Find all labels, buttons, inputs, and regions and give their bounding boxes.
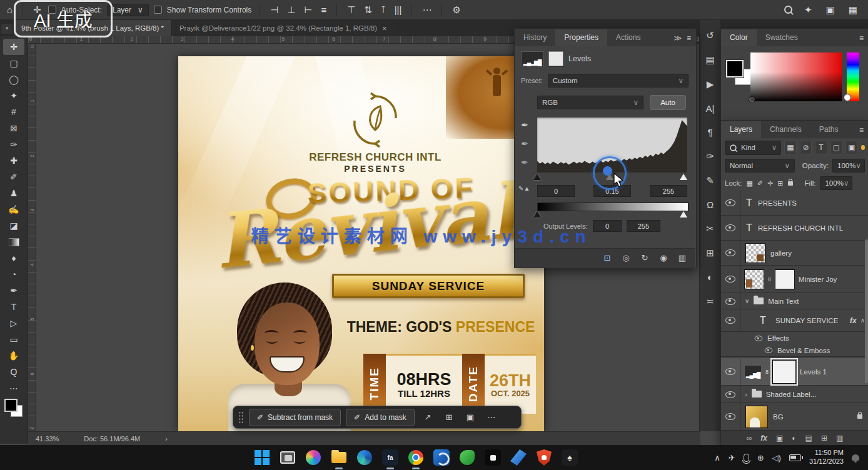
filter-toggle[interactable]: [861, 145, 865, 150]
styles-icon[interactable]: ≍: [706, 296, 714, 307]
expand-caret-icon[interactable]: ∨: [745, 298, 749, 304]
delete-layer-icon[interactable]: ▥: [836, 434, 843, 442]
paragraph-icon[interactable]: ¶: [707, 127, 712, 138]
auto-button[interactable]: Auto: [650, 95, 686, 110]
brushes-icon[interactable]: ✎: [706, 175, 714, 186]
layer-row[interactable]: 8 Minister Joy: [721, 266, 868, 293]
visibility-eye-icon[interactable]: [725, 391, 735, 398]
path-select-tool[interactable]: ▷: [3, 315, 24, 331]
visibility-eye-icon[interactable]: [725, 276, 735, 282]
collapse-caret-icon[interactable]: ∧: [860, 317, 865, 324]
close-icon[interactable]: ×: [382, 24, 387, 33]
align-center-icon[interactable]: ⊥: [285, 4, 297, 16]
tab-history[interactable]: History: [515, 29, 555, 46]
opacity-input[interactable]: 100%∨: [832, 159, 865, 172]
gray-point-eyedropper-icon[interactable]: ✒: [518, 139, 531, 149]
duplicate-icon[interactable]: ⊞: [441, 410, 457, 425]
visibility-eye-icon[interactable]: [765, 348, 773, 353]
task-view-button[interactable]: [279, 449, 296, 466]
distribute-top-icon[interactable]: ⊤: [345, 4, 357, 16]
subtract-from-mask-button[interactable]: ✐ Subtract from mask: [249, 409, 341, 426]
hue-handle[interactable]: [844, 94, 851, 101]
visibility-eye-icon[interactable]: [755, 336, 763, 341]
visibility-eye-icon[interactable]: [725, 249, 735, 256]
layer-effects-row[interactable]: Effects: [721, 332, 868, 344]
visibility-eye-icon[interactable]: [725, 368, 735, 375]
layer-row[interactable]: gallery: [721, 241, 868, 266]
layer-group-row[interactable]: › Shaded Label...: [721, 386, 868, 403]
hand-tool[interactable]: ✋: [3, 348, 24, 364]
layer-group-row[interactable]: ∨ Main Text: [721, 293, 868, 309]
photoshop-app-icon[interactable]: fa: [381, 449, 399, 466]
image-icon[interactable]: ▣: [824, 4, 837, 16]
align-right-icon[interactable]: ⊢: [302, 4, 314, 16]
gradient-tool[interactable]: [3, 234, 24, 250]
distribute-vertical-icon[interactable]: ⇅: [362, 4, 374, 16]
auto-select-dropdown[interactable]: Layer ∨: [107, 4, 149, 16]
drag-handle[interactable]: [238, 411, 244, 424]
blur-tool[interactable]: ♦: [3, 250, 24, 266]
clipping-warning-icon[interactable]: ✎▲: [518, 185, 530, 192]
output-highlights-slider[interactable]: [680, 211, 687, 218]
visibility-icon[interactable]: ◉: [656, 253, 671, 262]
speaker-icon[interactable]: ◁): [772, 453, 781, 462]
filter-shape-layers-icon[interactable]: ▢: [830, 141, 842, 154]
foreground-color-swatch[interactable]: [726, 60, 744, 78]
distribute-horizontal-icon[interactable]: |||: [393, 4, 404, 15]
background-layer-row[interactable]: BG: [721, 403, 868, 431]
visibility-eye-icon[interactable]: [725, 224, 735, 231]
output-shadows-slider[interactable]: [533, 211, 541, 218]
panel-menu-icon[interactable]: ≡: [859, 126, 864, 134]
mask-link-icon[interactable]: 8: [768, 276, 771, 282]
filter-type-layers-icon[interactable]: T: [815, 141, 827, 154]
collapse-panel-icon[interactable]: ≫: [674, 34, 682, 42]
more-options-icon[interactable]: ⋯: [420, 4, 433, 16]
highlights-input-slider[interactable]: [680, 174, 687, 180]
brush-tool[interactable]: ✐: [3, 169, 24, 185]
character-icon[interactable]: A|: [706, 103, 715, 114]
shadows-input-slider[interactable]: [533, 174, 541, 180]
fill-input[interactable]: 100%∨: [820, 176, 852, 190]
layer-row[interactable]: T SUNDAY SERVICE fx ∧: [721, 309, 868, 332]
share-icon[interactable]: ↗: [420, 410, 436, 425]
clone-source-icon[interactable]: ⊞: [706, 248, 714, 259]
zoom-tool[interactable]: Q: [3, 364, 24, 380]
history-icon[interactable]: ↺: [706, 30, 714, 41]
foreground-background-swatches[interactable]: [726, 60, 754, 88]
preset-dropdown[interactable]: Custom∨: [548, 74, 689, 88]
history-brush-tool[interactable]: ✍: [3, 201, 24, 218]
link-layers-icon[interactable]: ∞: [747, 434, 752, 442]
mask-link-icon[interactable]: 8: [765, 369, 769, 375]
layers-scrollbar[interactable]: [865, 239, 868, 383]
color-swatches[interactable]: [4, 399, 23, 418]
gear-icon[interactable]: ⚙: [450, 4, 462, 16]
onedrive-icon[interactable]: [510, 449, 527, 466]
tab-overflow-button[interactable]: ▾: [1, 24, 13, 34]
quick-selection-tool[interactable]: ✦: [3, 88, 24, 104]
shape-tool[interactable]: ▭: [3, 331, 24, 348]
add-mask-icon[interactable]: ▣: [776, 434, 783, 442]
tab-layers[interactable]: Layers: [721, 121, 761, 138]
dodge-tool[interactable]: ◔: [3, 266, 24, 282]
tab-channels[interactable]: Channels: [761, 121, 810, 138]
highlights-input-value[interactable]: 255: [650, 185, 687, 197]
filter-smart-objects-icon[interactable]: ▣: [845, 141, 857, 154]
lock-pixels-icon[interactable]: ✐: [757, 179, 763, 188]
brush-settings-icon[interactable]: ✑: [706, 151, 714, 162]
layer-filter-search[interactable]: Kind ∨: [725, 141, 781, 155]
visibility-eye-icon[interactable]: [725, 413, 735, 420]
distribute-bottom-icon[interactable]: ⊺: [379, 4, 388, 16]
layer-row-selected[interactable]: ▂▄▆█ 8 Levels 1: [721, 358, 868, 386]
skype-icon[interactable]: [433, 449, 450, 466]
lock-artboard-icon[interactable]: ⊞: [777, 179, 783, 188]
notion-icon[interactable]: [484, 449, 502, 466]
foreground-color-swatch[interactable]: [4, 399, 18, 412]
system-clock[interactable]: 11:50 PM 31/12/2023: [809, 449, 844, 466]
channel-dropdown[interactable]: RGB∨: [537, 96, 643, 109]
tab-swatches[interactable]: Swatches: [757, 29, 807, 46]
panel-menu-icon[interactable]: ≡: [687, 34, 691, 42]
microphone-icon[interactable]: [744, 454, 749, 462]
edit-toolbar-icon[interactable]: ⋯: [3, 380, 24, 396]
zoom-level[interactable]: 41.33%: [36, 435, 59, 442]
healing-brush-tool[interactable]: ✚: [3, 152, 24, 169]
